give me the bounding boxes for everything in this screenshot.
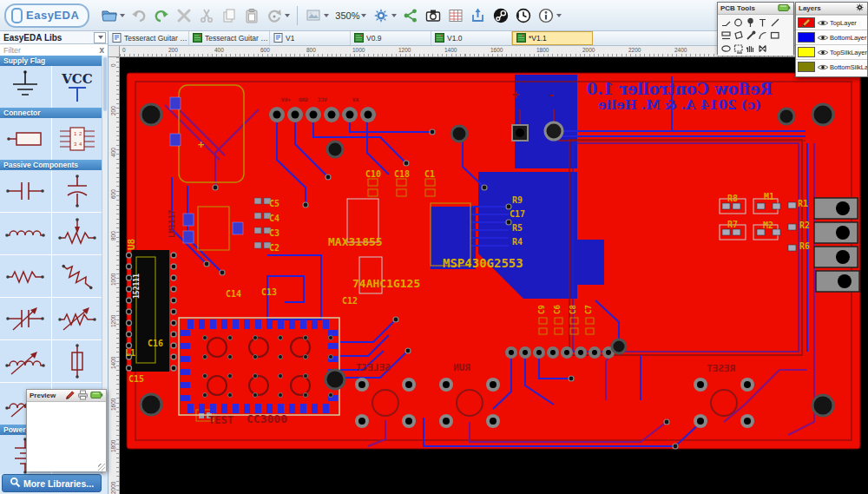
eye-icon[interactable] [815, 34, 830, 42]
more-libraries-button[interactable]: More Libraries... [2, 474, 102, 492]
silk-label: R5 [512, 224, 523, 233]
line-tool[interactable] [768, 16, 780, 29]
share-button[interactable] [400, 4, 421, 27]
silk-label: R8 [727, 194, 738, 203]
printer-icon[interactable] [77, 390, 89, 402]
symbol-resistor-variable[interactable] [52, 298, 103, 339]
battery-icon [778, 3, 791, 14]
symbol-vcc[interactable]: VCC [52, 66, 103, 108]
symbol-inductor[interactable] [0, 213, 51, 254]
symbol-capacitor-trimmer[interactable] [0, 298, 51, 339]
paste-button[interactable] [241, 4, 262, 27]
ruler-x-label: 600 [260, 47, 270, 53]
symbol-grid: VCC [0, 66, 102, 108]
redo-button[interactable] [151, 4, 172, 27]
symbol-inductor-variable[interactable] [0, 340, 51, 382]
tab-v1[interactable]: V1 [270, 31, 351, 45]
silk-label: C16 [148, 339, 163, 348]
pcb-canvas[interactable]: Reflow Controller 1.0 (c) 2014 A. & M. H… [120, 57, 868, 494]
magnifier-icon [10, 477, 21, 490]
tab-label: Tesseract Guitar Pract.. [124, 34, 188, 43]
tab-v1-0[interactable]: V1.0 [431, 31, 512, 45]
ruler-corner [108, 46, 120, 57]
symbol-fuse[interactable] [52, 340, 103, 382]
layer-row-toplayer: TopLayer [796, 15, 867, 30]
cut-button[interactable] [196, 4, 217, 27]
preview-title: Preview [30, 392, 56, 399]
layer-color-swatch[interactable] [798, 17, 815, 28]
symbol-plug[interactable] [0, 118, 51, 160]
pcb-tools-grid [718, 15, 793, 56]
rect-tool[interactable] [768, 29, 780, 42]
section-header-connector[interactable]: Connector [0, 108, 102, 118]
symbol-capacitor-polar[interactable] [52, 170, 103, 212]
symbol-gnd[interactable] [0, 66, 51, 108]
camera-button[interactable] [423, 4, 444, 27]
tab-v0-9[interactable]: V0.9 [351, 31, 431, 45]
arc-tool[interactable] [756, 29, 768, 42]
symbol-resistor-diagonal[interactable] [52, 255, 103, 297]
info-button[interactable] [536, 4, 563, 27]
symbol-header4[interactable]: 1234 [52, 118, 103, 160]
settings-button[interactable] [371, 4, 398, 27]
silk-label: CC3000 [247, 413, 287, 425]
tab-tesseract-guitar-pract-[interactable]: Tesseract Guitar Pract.. [108, 31, 189, 45]
libs-header[interactable]: EasyEDA Libs [0, 31, 108, 44]
undo-button[interactable] [128, 4, 149, 27]
eye-icon[interactable] [815, 49, 830, 56]
scrollbar-thumb[interactable] [103, 57, 107, 111]
symbol-capacitor[interactable] [0, 170, 51, 212]
pcb-tools-title: PCB Tools [720, 4, 755, 12]
export-button[interactable] [468, 4, 489, 27]
rotate-button[interactable] [264, 4, 292, 27]
layer-color-swatch[interactable] [798, 32, 815, 43]
tab-label: V1.0 [447, 34, 463, 43]
drag-tool[interactable] [744, 42, 756, 55]
libs-dropdown-button[interactable] [94, 32, 106, 43]
circle-tool[interactable] [732, 16, 744, 29]
text-tool[interactable] [756, 16, 768, 29]
tab-tesseract-guitar-pract-[interactable]: Tesseract Guitar Pract.. [189, 31, 270, 45]
gear-icon[interactable] [855, 3, 865, 14]
pencil-icon[interactable] [65, 390, 76, 402]
copy-button[interactable] [219, 4, 240, 27]
eye-icon[interactable] [815, 19, 830, 27]
sheet-button[interactable] [445, 4, 466, 27]
resize-grip[interactable] [98, 464, 105, 471]
open-button[interactable] [99, 4, 127, 27]
zoom-level-dropdown[interactable]: 350% [332, 10, 369, 21]
symbol-resistor[interactable] [0, 255, 51, 297]
ruler-y-label: 1800 [110, 440, 116, 452]
section-header-passive-components[interactable]: Passive Components [0, 160, 102, 170]
pad-tool[interactable] [744, 16, 756, 29]
steam-button[interactable] [490, 4, 511, 27]
layers-list: TopLayerBottomLayerTopSilkLayerBottomSil… [796, 15, 867, 74]
tab--v1-1[interactable]: *V1.1 [512, 31, 593, 45]
easyeda-logo[interactable]: EasyEDA [4, 3, 89, 28]
eye-icon[interactable] [815, 63, 830, 71]
measure-tool[interactable] [744, 29, 756, 42]
layers-image-button[interactable] [303, 4, 331, 27]
silk-label: RESET [707, 364, 735, 373]
polygon-tool[interactable] [732, 29, 744, 42]
canvas-tool[interactable] [732, 42, 744, 55]
ruler-y-label: 2000 [110, 482, 116, 494]
silk-label: C9 [538, 305, 546, 314]
ruler-y-label: 1200 [110, 315, 116, 327]
silk-label: C8 [569, 305, 577, 314]
connect-tool[interactable] [756, 42, 768, 55]
dimension-tool[interactable] [720, 29, 732, 42]
symbol-potentiometer[interactable] [52, 213, 103, 254]
schematic-file-icon [112, 33, 122, 44]
silk-label: 74AHC1G125 [352, 278, 420, 289]
pcb-file-icon [193, 33, 202, 44]
silk-label: LM1117 [168, 209, 176, 238]
ellipse-tool[interactable] [720, 42, 732, 55]
delete-button[interactable] [174, 4, 194, 27]
track-tool[interactable] [720, 16, 732, 29]
filter-clear-icon[interactable]: x [99, 46, 104, 55]
history-button[interactable] [513, 4, 534, 27]
section-header-supply-flag[interactable]: Supply Flag [0, 56, 102, 66]
layer-color-swatch[interactable] [798, 47, 815, 57]
layer-color-swatch[interactable] [798, 62, 815, 72]
